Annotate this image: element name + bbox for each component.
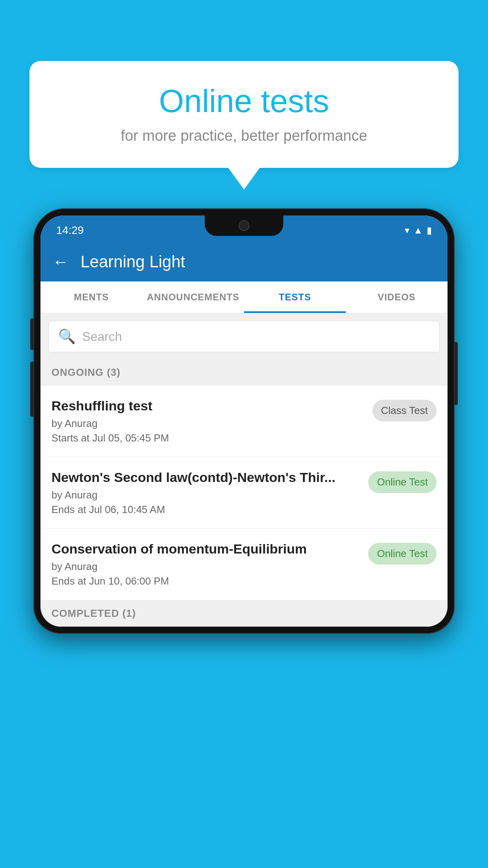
tab-videos[interactable]: VIDEOS: [346, 281, 448, 313]
test-info-3: Conservation of momentum-Equilibrium by …: [51, 541, 362, 587]
power-button: [455, 342, 458, 405]
ongoing-section-label: ONGOING (3): [40, 359, 448, 386]
test-badge-2: Online Test: [368, 471, 437, 493]
test-author-3: by Anurag: [51, 561, 362, 573]
front-camera: [238, 220, 250, 231]
search-input[interactable]: Search: [82, 329, 122, 344]
test-name-3: Conservation of momentum-Equilibrium: [51, 541, 362, 557]
test-info-2: Newton's Second law(contd)-Newton's Thir…: [51, 470, 362, 516]
battery-icon: ▮: [427, 225, 432, 236]
app-header-title: Learning Light: [81, 252, 185, 271]
speech-bubble: Online tests for more practice, better p…: [29, 61, 459, 168]
tab-ments[interactable]: MENTS: [40, 281, 142, 313]
volume-down-button: [30, 362, 33, 417]
test-list: Reshuffling test by Anurag Starts at Jul…: [40, 386, 448, 600]
wifi-icon: ▾: [405, 225, 409, 236]
completed-section-label: COMPLETED (1): [40, 600, 448, 627]
status-time: 14:29: [56, 224, 84, 237]
bubble-title: Online tests: [53, 83, 435, 120]
test-badge-1: Class Test: [372, 400, 437, 421]
phone-notch: [205, 215, 283, 236]
test-author-2: by Anurag: [51, 489, 362, 501]
tabs-bar: MENTS ANNOUNCEMENTS TESTS VIDEOS: [40, 281, 448, 314]
search-bar[interactable]: 🔍 Search: [48, 321, 440, 352]
bubble-arrow: [228, 168, 260, 189]
test-time-2: Ends at Jul 06, 10:45 AM: [51, 504, 362, 516]
app-header: ← Learning Light: [40, 242, 448, 281]
phone-screen: 14:29 ▾ ▲ ▮ ← Learning Light MENTS ANNOU…: [40, 215, 448, 627]
signal-icon: ▲: [413, 225, 423, 236]
phone-frame: 14:29 ▾ ▲ ▮ ← Learning Light MENTS ANNOU…: [33, 208, 455, 634]
volume-up-button: [30, 318, 33, 350]
test-name-1: Reshuffling test: [51, 398, 366, 414]
search-icon: 🔍: [58, 328, 76, 345]
test-info-1: Reshuffling test by Anurag Starts at Jul…: [51, 398, 366, 444]
phone-wrapper: 14:29 ▾ ▲ ▮ ← Learning Light MENTS ANNOU…: [33, 208, 455, 868]
test-item-3[interactable]: Conservation of momentum-Equilibrium by …: [40, 529, 448, 600]
test-name-2: Newton's Second law(contd)-Newton's Thir…: [51, 470, 362, 485]
test-author-1: by Anurag: [51, 417, 366, 430]
test-item-2[interactable]: Newton's Second law(contd)-Newton's Thir…: [40, 457, 448, 529]
back-button[interactable]: ←: [52, 252, 69, 271]
test-item-1[interactable]: Reshuffling test by Anurag Starts at Jul…: [40, 386, 448, 457]
search-container: 🔍 Search: [40, 314, 448, 359]
test-time-3: Ends at Jun 10, 06:00 PM: [51, 575, 362, 587]
test-badge-3: Online Test: [368, 543, 437, 565]
tab-announcements[interactable]: ANNOUNCEMENTS: [142, 281, 244, 313]
test-time-1: Starts at Jul 05, 05:45 PM: [51, 432, 366, 444]
tab-tests[interactable]: TESTS: [244, 281, 346, 313]
status-icons: ▾ ▲ ▮: [405, 225, 432, 236]
bubble-subtitle: for more practice, better performance: [53, 127, 435, 144]
speech-bubble-section: Online tests for more practice, better p…: [29, 61, 459, 189]
